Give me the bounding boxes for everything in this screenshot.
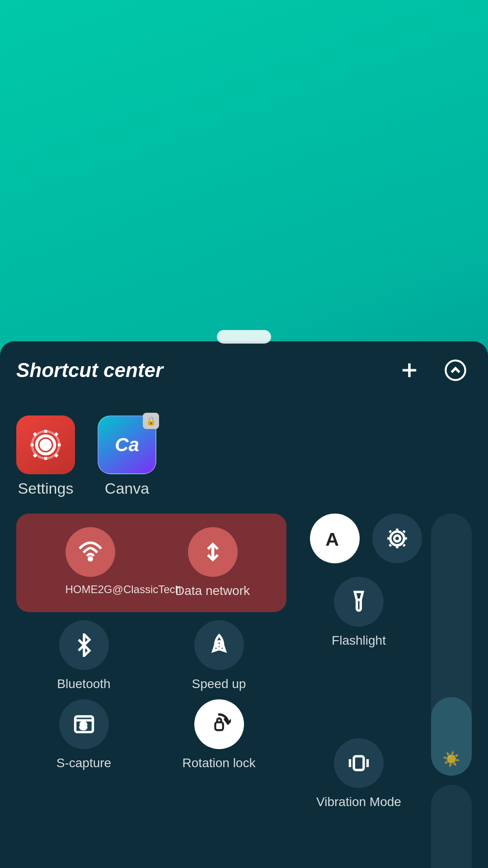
data-network-label: Data network xyxy=(175,583,250,599)
svg-rect-11 xyxy=(215,722,223,730)
bluetooth-toggle[interactable]: Bluetooth xyxy=(16,620,151,692)
s-capture-label: S-capture xyxy=(56,755,111,771)
rotation-lock-circle xyxy=(194,699,244,749)
vibration-label: Vibration Mode xyxy=(316,794,401,810)
speed-up-circle xyxy=(194,620,244,670)
svg-point-7 xyxy=(217,641,221,645)
rotation-lock-toggle[interactable]: Rotation lock xyxy=(151,699,286,771)
main-grid: HOME2G@ClassicTech Data network xyxy=(16,514,472,868)
flashlight-icon xyxy=(347,590,371,613)
s-capture-icon: S xyxy=(72,712,96,736)
rotation-lock-label: Rotation lock xyxy=(183,755,256,771)
display-settings-button[interactable] xyxy=(372,514,422,563)
vibration-toggle[interactable]: Vibration Mode xyxy=(296,738,422,868)
header-actions xyxy=(393,354,472,387)
s-capture-circle: S xyxy=(59,699,109,749)
vibration-icon xyxy=(347,751,371,775)
wifi-icon xyxy=(79,540,102,564)
flashlight-label: Flashlight xyxy=(332,633,386,648)
svg-text:A: A xyxy=(325,529,339,550)
svg-rect-15 xyxy=(354,756,364,770)
flashlight-toggle[interactable]: Flashlight xyxy=(296,577,422,725)
canva-logo-text: Ca xyxy=(115,434,139,456)
scapture-rotation-row: S S-capture Rot xyxy=(16,699,286,771)
canva-app-icon: Ca 🔒 xyxy=(98,415,156,474)
wifi-toggle[interactable]: HOME2G@ClassicTech xyxy=(29,527,151,599)
collapse-button[interactable] xyxy=(439,354,472,387)
vibration-circle xyxy=(334,738,384,788)
apps-row: Settings Ca 🔒 Canva xyxy=(16,415,472,497)
settings-app-label: Settings xyxy=(18,480,74,497)
drag-handle[interactable] xyxy=(217,330,271,344)
settings-gear-icon xyxy=(28,427,64,463)
wifi-data-row: HOME2G@ClassicTech Data network xyxy=(16,514,286,612)
canva-app-label: Canva xyxy=(105,480,149,497)
plus-icon xyxy=(398,359,421,382)
bottom-sheet: Shortcut center xyxy=(0,341,488,868)
flashlight-circle xyxy=(334,577,384,627)
svg-point-14 xyxy=(390,532,404,545)
font-a-button[interactable]: A xyxy=(310,514,360,563)
data-network-toggle[interactable]: Data network xyxy=(151,527,274,599)
rocket-icon xyxy=(207,633,231,657)
bluetooth-circle xyxy=(59,620,109,670)
svg-point-3 xyxy=(41,440,50,449)
data-network-circle xyxy=(188,527,238,577)
wifi-circle xyxy=(66,527,115,577)
rotation-lock-icon xyxy=(207,712,231,736)
settings-app-shortcut[interactable]: Settings xyxy=(16,415,75,497)
bluetooth-icon xyxy=(72,633,96,657)
wifi-label: HOME2G@ClassicTech xyxy=(66,583,115,596)
top-icons-row: A xyxy=(296,514,422,563)
brightness-slider[interactable]: ☀️ xyxy=(431,514,472,776)
svg-point-6 xyxy=(89,557,92,561)
speed-up-toggle[interactable]: Speed up xyxy=(151,620,286,692)
svg-text:S: S xyxy=(80,720,86,731)
bt-speedup-row: Bluetooth Speed up xyxy=(16,620,286,692)
s-capture-toggle[interactable]: S S-capture xyxy=(16,699,151,771)
sheet-title: Shortcut center xyxy=(16,359,163,382)
speed-up-label: Speed up xyxy=(192,676,246,692)
chevron-up-icon xyxy=(444,359,467,382)
font-a-icon: A xyxy=(321,524,349,552)
right-section: A Fla xyxy=(296,514,422,868)
svg-point-2 xyxy=(446,360,465,380)
sheet-header: Shortcut center xyxy=(16,354,472,387)
add-shortcut-button[interactable] xyxy=(393,354,426,387)
data-network-icon xyxy=(201,540,225,564)
bluetooth-label: Bluetooth xyxy=(57,676,110,692)
volume-slider[interactable]: 🔊 xyxy=(431,785,472,868)
toggles-section: HOME2G@ClassicTech Data network xyxy=(16,514,286,868)
svg-point-13 xyxy=(394,536,400,542)
settings-app-icon xyxy=(16,415,75,474)
gear-icon xyxy=(385,527,409,550)
canva-app-shortcut[interactable]: Ca 🔒 Canva xyxy=(98,415,156,497)
brightness-icon: ☀️ xyxy=(442,750,460,768)
lock-badge: 🔒 xyxy=(143,413,159,429)
